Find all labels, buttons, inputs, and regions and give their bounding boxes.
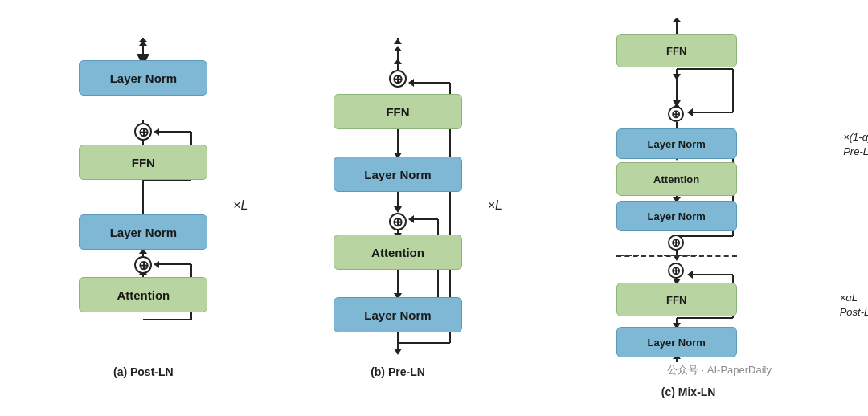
- svg-marker-2: [139, 38, 147, 42]
- main-container: Layer Norm ⊕ FFN Layer Norm ⊕ Attention …: [0, 0, 868, 416]
- post-ln-caption: (a) Post-LN: [113, 365, 174, 378]
- mix-ln-post-label: ×αL Post-LN: [840, 291, 868, 320]
- mix-ln-caption: (c) Mix-LN: [661, 385, 716, 398]
- svg-marker-25: [394, 59, 402, 64]
- svg-marker-17: [139, 40, 147, 46]
- svg-marker-23: [394, 39, 402, 44]
- svg-marker-31: [394, 206, 402, 213]
- svg-marker-58: [687, 108, 693, 116]
- mix-ln-ln-post1: Layer Norm: [616, 327, 737, 357]
- svg-marker-37: [394, 349, 402, 355]
- svg-marker-41: [408, 79, 414, 87]
- watermark: 公众号 · AI-PaperDaily: [667, 363, 772, 377]
- svg-marker-10: [154, 261, 159, 268]
- pre-ln-caption: (b) Pre-LN: [371, 365, 425, 378]
- pre-ln-attention: Attention: [334, 235, 462, 270]
- pre-ln-times-label: ×L: [488, 198, 502, 213]
- mix-ln-diagram: FFN ⊕ Layer Norm Attention Layer Norm ⊕ …: [572, 18, 805, 398]
- post-ln-layernorm1: Layer Norm: [79, 60, 207, 96]
- mix-ln-ln-pre1: Layer Norm: [616, 128, 737, 159]
- pre-ln-add1: ⊕: [389, 70, 407, 88]
- post-ln-add2: ⊕: [134, 256, 152, 274]
- svg-marker-27: [394, 46, 402, 51]
- mix-ln-ln-pre2: Layer Norm: [616, 201, 737, 231]
- mix-ln-separator: [616, 255, 737, 257]
- post-ln-diagram: Layer Norm ⊕ FFN Layer Norm ⊕ Attention …: [63, 38, 223, 378]
- pre-ln-add2: ⊕: [389, 213, 407, 230]
- mix-ln-add-pre2: ⊕: [668, 235, 684, 251]
- post-ln-add1: ⊕: [134, 123, 152, 141]
- svg-marker-50: [673, 74, 681, 80]
- pre-ln-layernorm1: Layer Norm: [334, 157, 462, 192]
- mix-ln-add-pre1: ⊕: [668, 106, 684, 122]
- svg-marker-21: [154, 128, 159, 136]
- post-ln-attention: Attention: [79, 277, 207, 312]
- mix-ln-add-post1: ⊕: [668, 263, 684, 279]
- mix-ln-pre-label: ×(1-α)L Pre-LN: [843, 130, 868, 159]
- pre-ln-layernorm2: Layer Norm: [334, 297, 462, 332]
- svg-marker-45: [408, 215, 414, 223]
- pre-ln-ffn: FFN: [334, 94, 462, 129]
- svg-marker-83: [687, 271, 693, 279]
- post-ln-times-label: ×L: [233, 198, 248, 213]
- pre-ln-diagram: ⊕ FFN Layer Norm ⊕ Attention Layer Norm …: [317, 38, 478, 378]
- mix-ln-ffn-pre: FFN: [616, 34, 737, 67]
- post-ln-ffn: FFN: [79, 145, 207, 180]
- mix-ln-attention-pre: Attention: [616, 162, 737, 196]
- mix-ln-ffn-post: FFN: [616, 283, 737, 316]
- svg-marker-47: [673, 18, 681, 22]
- post-ln-layernorm2: Layer Norm: [79, 214, 207, 250]
